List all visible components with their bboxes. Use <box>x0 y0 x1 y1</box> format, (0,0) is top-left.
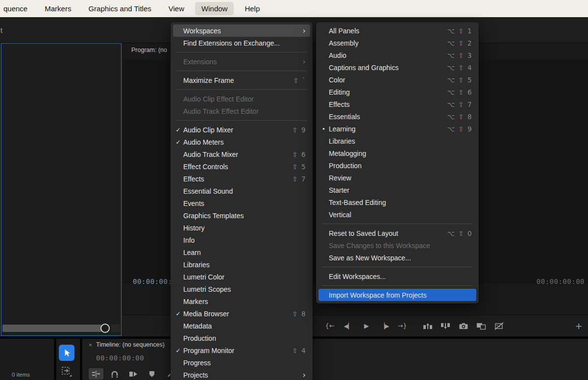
nested-sequence-icon[interactable] <box>89 368 103 380</box>
menu-item-label: Editing <box>329 88 447 96</box>
project-panel[interactable] <box>1 43 122 336</box>
zoom-slider-handle[interactable] <box>100 324 110 333</box>
menu-item-learn[interactable]: Learn <box>173 246 310 258</box>
linked-selection-icon[interactable] <box>126 368 141 380</box>
menu-item-markers[interactable]: Markers <box>173 295 310 307</box>
menu-item-label: Essential Sound <box>183 187 310 195</box>
selection-tool-button[interactable] <box>59 345 74 361</box>
menu-separator <box>176 52 307 52</box>
menu-item-audio-meters[interactable]: ✓Audio Meters <box>173 136 310 148</box>
window-menu: Workspaces›Find Extensions on Exchange..… <box>171 22 313 380</box>
menubar-item-help[interactable]: Help <box>238 2 266 15</box>
menu-item-review[interactable]: Review <box>318 172 476 184</box>
menu-item-label: Effects <box>329 101 447 108</box>
menu-item-maximize-frame[interactable]: Maximize Frame⇧ ` <box>173 74 310 86</box>
menu-item-history[interactable]: History <box>173 222 310 234</box>
menu-item-projects[interactable]: Projects› <box>173 369 310 380</box>
menu-item-media-browser[interactable]: ✓Media Browser⇧ 8 <box>173 307 310 320</box>
menu-item-label: Learn <box>183 249 310 256</box>
menu-item-label: Program Monitor <box>183 347 292 355</box>
go-to-out-icon[interactable]: →} <box>396 315 409 336</box>
menubar-item-quence[interactable]: quence <box>0 2 34 15</box>
cursor-icon <box>62 349 71 357</box>
menu-item-audio-clip-mixer[interactable]: ✓Audio Clip Mixer⇧ 9 <box>173 124 310 136</box>
menu-item-audio[interactable]: Audio⌥ ⇧ 3 <box>318 49 476 61</box>
close-icon[interactable]: × <box>89 342 92 349</box>
menu-item-lumetri-color[interactable]: Lumetri Color <box>173 271 310 283</box>
timeline-timecode[interactable]: 00:00:00:00 <box>96 354 144 362</box>
menu-item-program-monitor[interactable]: ✓Program Monitor⇧ 4 <box>173 344 310 356</box>
menubar-item-graphics-and-titles[interactable]: Graphics and Titles <box>82 2 157 15</box>
extract-icon[interactable] <box>439 315 452 336</box>
menu-item-label: Workspaces <box>183 27 303 35</box>
button-editor-icon[interactable]: + <box>572 315 585 336</box>
menu-item-metadata[interactable]: Metadata <box>173 320 310 332</box>
menu-item-import-workspace-from-projects[interactable]: Import Workspace from Projects <box>318 289 476 301</box>
menu-item-events[interactable]: Events <box>173 197 310 209</box>
menu-item-save-as-new-workspace[interactable]: Save as New Workspace... <box>318 252 476 264</box>
menu-item-edit-workspaces[interactable]: Edit Workspaces... <box>318 270 476 282</box>
menu-item-workspaces[interactable]: Workspaces› <box>173 25 310 37</box>
menu-item-label: Audio Track Effect Editor <box>183 107 310 115</box>
submenu-arrow-icon: › <box>303 370 306 380</box>
menu-item-reset-to-saved-layout[interactable]: Reset to Saved Layout⌥ ⇧ 0 <box>318 227 476 239</box>
program-panel-title[interactable]: Program: (no <box>131 47 167 53</box>
menu-item-find-extensions-on-exchange[interactable]: Find Extensions on Exchange... <box>173 37 310 49</box>
menubar-item-window[interactable]: Window <box>195 2 234 15</box>
menu-item-production[interactable]: Production <box>318 159 476 172</box>
menu-item-assembly[interactable]: Assembly⌥ ⇧ 2 <box>318 37 476 49</box>
menu-item-learning[interactable]: ●Learning⌥ ⇧ 9 <box>318 123 476 135</box>
menu-item-all-panels[interactable]: All Panels⌥ ⇧ 1 <box>318 25 476 37</box>
menu-item-audio-track-mixer[interactable]: Audio Track Mixer⇧ 6 <box>173 148 310 160</box>
menu-item-essentials[interactable]: Essentials⌥ ⇧ 8 <box>318 110 476 123</box>
zoom-slider-track[interactable] <box>2 325 101 332</box>
menu-item-lumetri-scopes[interactable]: Lumetri Scopes <box>173 283 310 295</box>
play-icon[interactable]: ▶ <box>360 315 373 336</box>
menu-item-graphics-templates[interactable]: Graphics Templates <box>173 209 310 222</box>
submenu-arrow-icon: › <box>303 57 306 66</box>
step-back-icon[interactable]: ◀▏ <box>342 315 355 336</box>
step-forward-icon[interactable]: ▕▶ <box>378 315 391 336</box>
menu-item-essential-sound[interactable]: Essential Sound <box>173 185 310 197</box>
menu-item-label: Learning <box>329 125 447 133</box>
menu-item-label: All Panels <box>329 27 447 35</box>
menu-item-audio-clip-effect-editor: Audio Clip Effect Editor <box>173 93 310 105</box>
export-frame-icon[interactable] <box>457 315 470 336</box>
menu-item-production[interactable]: Production <box>173 332 310 344</box>
menu-item-metalogging[interactable]: Metalogging <box>318 147 476 159</box>
menu-bar: quenceMarkersGraphics and TitlesViewWind… <box>0 0 588 17</box>
menu-item-editing[interactable]: Editing⌥ ⇧ 6 <box>318 86 476 98</box>
partial-panel-tab[interactable]: t <box>0 26 2 34</box>
menu-item-label: Effects <box>183 175 292 183</box>
menubar-item-view[interactable]: View <box>162 2 191 15</box>
menu-separator <box>176 120 307 121</box>
project-status-panel: 0 items <box>0 339 54 380</box>
menu-item-effects[interactable]: Effects⌥ ⇧ 7 <box>318 98 476 110</box>
track-select-forward-icon <box>61 366 72 377</box>
menu-item-starter[interactable]: Starter <box>318 184 476 196</box>
add-marker-icon[interactable] <box>145 368 159 380</box>
menu-item-libraries[interactable]: Libraries <box>318 135 476 147</box>
timeline-tab[interactable]: Timeline: (no sequences) <box>96 341 165 348</box>
menu-item-label: Text-Based Editing <box>329 199 476 206</box>
shortcut-label: ⇧ ` <box>293 76 306 84</box>
snap-icon[interactable] <box>107 368 122 380</box>
lift-icon[interactable] <box>421 315 434 336</box>
menu-item-info[interactable]: Info <box>173 234 310 246</box>
track-select-forward-tool[interactable] <box>59 365 74 379</box>
menu-item-libraries[interactable]: Libraries <box>173 258 310 271</box>
comparison-view-icon[interactable] <box>475 315 488 336</box>
menu-item-progress[interactable]: Progress <box>173 356 310 369</box>
menu-item-effects[interactable]: Effects⇧ 7 <box>173 173 310 185</box>
tools-panel <box>56 339 80 380</box>
menu-item-color[interactable]: Color⌥ ⇧ 5 <box>318 74 476 86</box>
menu-item-vertical[interactable]: Vertical <box>318 208 476 221</box>
menu-item-effect-controls[interactable]: Effect Controls⇧ 5 <box>173 160 310 173</box>
menu-item-text-based-editing[interactable]: Text-Based Editing <box>318 196 476 208</box>
menu-item-label: Libraries <box>183 261 310 269</box>
global-fx-mute-icon[interactable] <box>493 315 506 336</box>
go-to-in-icon[interactable]: {← <box>323 315 336 336</box>
menu-item-captions-and-graphics[interactable]: Captions and Graphics⌥ ⇧ 4 <box>318 61 476 74</box>
menubar-item-markers[interactable]: Markers <box>38 2 77 15</box>
timeline-panel: × Timeline: (no sequences) 00:00:00:00 <box>82 339 588 380</box>
